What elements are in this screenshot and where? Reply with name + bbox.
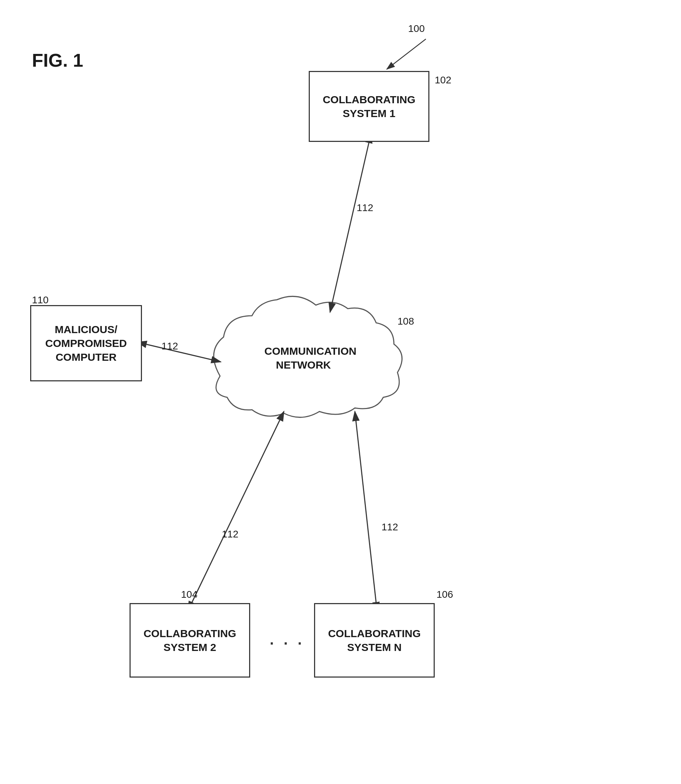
network-text: COMMUNICATIONNETWORK [264, 345, 356, 371]
ref-110: 110 [32, 294, 49, 306]
ref-112-collab1: 112 [356, 202, 373, 213]
collab-system-n-label: COLLABORATINGSYSTEM N [328, 626, 421, 654]
figure-label: FIG. 1 [32, 50, 83, 71]
ref-112-malicious: 112 [162, 341, 178, 352]
collab-system-1-label: COLLABORATINGSYSTEM 1 [323, 93, 415, 120]
svg-line-6 [355, 411, 376, 603]
svg-line-2 [387, 39, 426, 69]
collab-system-1-box: COLLABORATINGSYSTEM 1 [309, 71, 429, 142]
collab-system-2-box: COLLABORATINGSYSTEM 2 [130, 603, 250, 678]
network-label: COMMUNICATIONNETWORK [264, 344, 342, 372]
ref-102: 102 [435, 74, 451, 86]
svg-line-3 [330, 142, 369, 312]
malicious-computer-label: MALICIOUS/COMPROMISEDCOMPUTER [45, 322, 127, 364]
ref-112-collab2: 112 [222, 529, 239, 540]
collab-system-n-box: COLLABORATINGSYSTEM N [314, 603, 435, 678]
ref-104: 104 [181, 589, 198, 600]
svg-line-5 [192, 411, 284, 603]
ellipsis: · · · [270, 635, 304, 652]
collab-system-2-label: COLLABORATINGSYSTEM 2 [143, 626, 236, 654]
malicious-computer-box: MALICIOUS/COMPROMISEDCOMPUTER [30, 305, 142, 381]
ref-106: 106 [437, 589, 453, 600]
ref-108: 108 [398, 316, 414, 327]
svg-line-4 [146, 344, 221, 362]
ref-100: 100 [408, 23, 425, 35]
ref-112-collabn: 112 [382, 522, 398, 533]
